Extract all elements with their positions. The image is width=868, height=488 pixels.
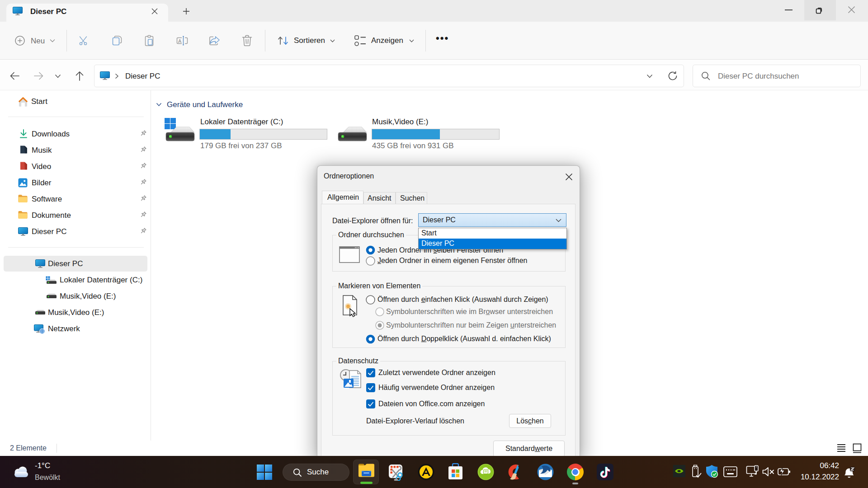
svg-text:A: A bbox=[178, 38, 182, 44]
